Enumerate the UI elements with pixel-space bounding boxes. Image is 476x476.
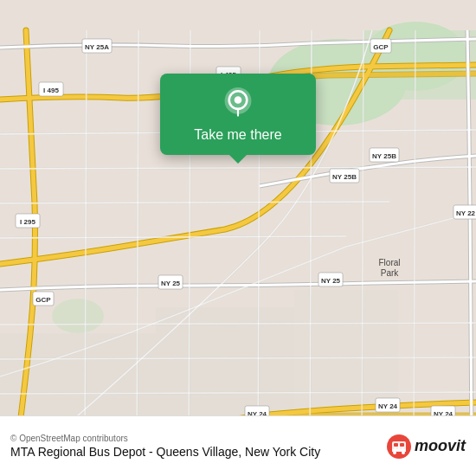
svg-text:GCP: GCP xyxy=(373,43,389,51)
copyright-text: © OpenStreetMap contributors xyxy=(10,434,320,443)
svg-point-40 xyxy=(235,96,242,104)
location-pin-icon xyxy=(222,87,254,119)
map-container: I 495 I 495 I 295 NY 25A GCP GCP NY 25 N… xyxy=(0,0,476,476)
popup-card[interactable]: Take me there xyxy=(160,74,316,155)
svg-rect-44 xyxy=(394,443,398,447)
moovit-text: moovit xyxy=(415,437,466,455)
svg-text:NY 24: NY 24 xyxy=(378,402,398,410)
svg-text:NY 22: NY 22 xyxy=(456,209,476,217)
moovit-icon: m xyxy=(387,434,411,459)
svg-text:Floral: Floral xyxy=(378,258,400,267)
bottom-bar: © OpenStreetMap contributors MTA Regiona… xyxy=(0,415,476,476)
location-title: MTA Regional Bus Depot - Queens Village,… xyxy=(10,445,320,459)
svg-text:NY 25B: NY 25B xyxy=(332,173,357,181)
svg-text:Park: Park xyxy=(381,268,400,278)
svg-text:I 495: I 495 xyxy=(43,87,59,94)
map-background: I 495 I 495 I 295 NY 25A GCP GCP NY 25 N… xyxy=(0,0,476,476)
svg-text:NY 25: NY 25 xyxy=(321,277,341,285)
popup-label: Take me there xyxy=(194,127,281,143)
svg-rect-45 xyxy=(400,443,404,447)
svg-text:NY 25: NY 25 xyxy=(161,280,181,287)
svg-rect-48 xyxy=(392,449,406,452)
svg-text:I 295: I 295 xyxy=(20,218,35,226)
moovit-logo: m moovit xyxy=(387,434,466,459)
svg-point-4 xyxy=(52,299,104,333)
svg-text:GCP: GCP xyxy=(35,296,51,304)
bottom-left: © OpenStreetMap contributors MTA Regiona… xyxy=(10,434,320,459)
svg-text:NY 25B: NY 25B xyxy=(372,152,396,160)
svg-text:NY 25A: NY 25A xyxy=(85,43,109,51)
